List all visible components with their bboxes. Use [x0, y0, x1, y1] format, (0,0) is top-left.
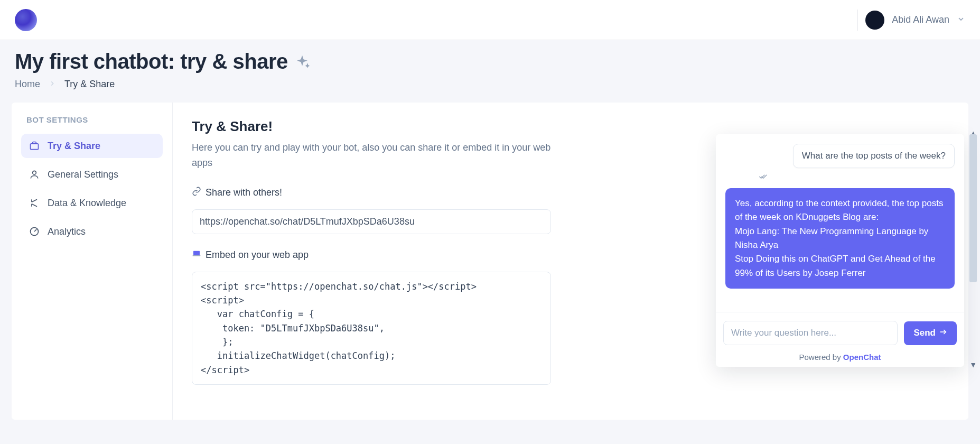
send-button-label: Send	[913, 328, 936, 338]
divider	[857, 10, 858, 31]
chat-bot-message: Yes, according to the context provided, …	[725, 188, 955, 289]
svg-rect-0	[31, 144, 39, 150]
sidebar-heading: BOT SETTINGS	[21, 115, 163, 124]
powered-by: Powered by OpenChat	[716, 349, 964, 367]
svg-point-1	[33, 171, 36, 174]
share-label: Share with others!	[206, 187, 282, 198]
powered-prefix: Powered by	[799, 353, 843, 362]
arrow-right-icon	[939, 328, 947, 339]
embed-code-field[interactable]: <script src="https://openchat.so/chat.js…	[192, 272, 551, 385]
sidebar-item-label: General Settings	[48, 169, 118, 180]
chevron-down-icon[interactable]	[957, 15, 965, 25]
branch-icon	[29, 197, 40, 209]
chat-widget: ▲ What are the top posts of the week? Ye…	[716, 134, 964, 367]
sidebar: BOT SETTINGS Try & Share General Setting…	[12, 103, 173, 420]
sidebar-item-try-share[interactable]: Try & Share	[21, 134, 163, 158]
page-title-text: My first chatbot: try & share	[15, 50, 288, 73]
sparkle-icon	[293, 50, 311, 73]
user-icon	[29, 169, 40, 180]
main-panel: Try & Share! Here you can try and play w…	[173, 103, 968, 420]
breadcrumb-home[interactable]: Home	[15, 79, 40, 90]
svg-rect-3	[193, 251, 200, 255]
breadcrumb-current: Try & Share	[64, 79, 115, 90]
sidebar-item-label: Try & Share	[48, 141, 100, 152]
chat-input[interactable]	[723, 321, 898, 345]
laptop-icon	[192, 249, 201, 261]
svg-rect-4	[193, 255, 201, 256]
briefcase-icon	[29, 140, 40, 152]
chevron-right-icon	[49, 79, 56, 90]
section-subtitle: Here you can try and play with your bot,…	[192, 140, 556, 171]
user-menu[interactable]: Abid Ali Awan	[857, 10, 965, 31]
app-logo[interactable]	[15, 9, 37, 31]
chat-user-message: What are the top posts of the week?	[793, 144, 955, 168]
send-button[interactable]: Send	[904, 321, 957, 345]
page-header: My first chatbot: try & share Home Try &…	[0, 40, 980, 103]
sidebar-item-label: Data & Knowledge	[48, 198, 126, 209]
powered-brand[interactable]: OpenChat	[843, 353, 881, 362]
top-bar: Abid Ali Awan	[0, 0, 980, 40]
sidebar-item-data-knowledge[interactable]: Data & Knowledge	[21, 191, 163, 215]
link-icon	[192, 187, 201, 199]
embed-label: Embed on your web app	[206, 249, 309, 261]
sidebar-item-analytics[interactable]: Analytics	[21, 219, 163, 244]
scroll-down-icon[interactable]: ▼	[969, 360, 977, 369]
username-label: Abid Ali Awan	[892, 14, 949, 25]
scrollbar[interactable]	[969, 134, 977, 282]
section-title: Try & Share!	[192, 118, 949, 135]
sidebar-item-general-settings[interactable]: General Settings	[21, 162, 163, 187]
sidebar-item-label: Analytics	[48, 226, 86, 237]
double-check-icon	[757, 172, 955, 183]
avatar[interactable]	[865, 11, 884, 30]
breadcrumb: Home Try & Share	[15, 79, 965, 90]
gauge-icon	[29, 226, 40, 237]
page-title: My first chatbot: try & share	[15, 50, 965, 73]
share-url-field[interactable]: https://openchat.so/chat/D5LTmufJXbpSDa6…	[192, 209, 551, 234]
